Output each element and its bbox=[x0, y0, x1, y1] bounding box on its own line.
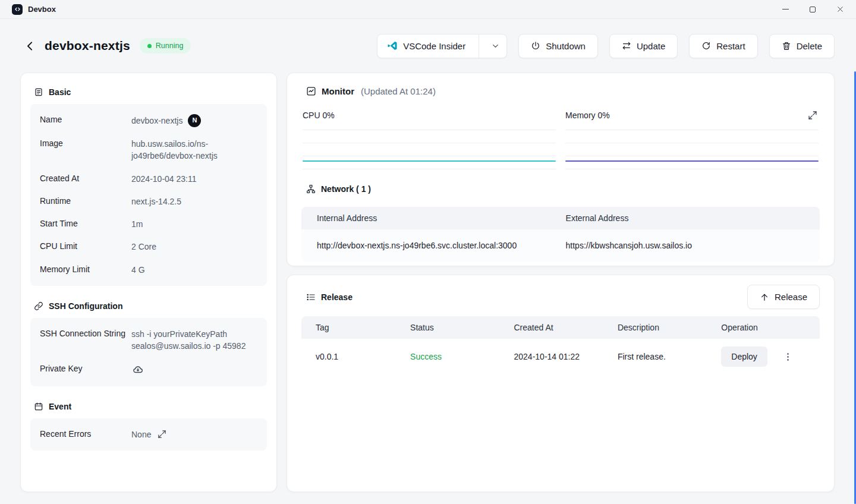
delete-button[interactable]: Delete bbox=[769, 34, 835, 58]
runtime-avatar: N bbox=[188, 114, 201, 127]
info-value: None bbox=[131, 429, 257, 440]
info-value: 4 G bbox=[131, 264, 257, 276]
devbox-name-value: devbox-nextjs bbox=[131, 115, 182, 127]
network-table-header: Internal Address External Address bbox=[301, 207, 820, 229]
ssh-section-title: SSH Configuration bbox=[49, 301, 122, 311]
info-row-private-key: Private Key bbox=[40, 358, 257, 382]
memory-usage-line bbox=[565, 160, 819, 162]
memory-chart-grid bbox=[565, 130, 819, 169]
cpu-chart-grid bbox=[303, 130, 556, 169]
info-value: hub.usw.sailos.io/ns-jo49rbe6/devbox-nex… bbox=[131, 138, 257, 162]
vscode-dropdown-button[interactable] bbox=[484, 34, 506, 58]
activity-icon bbox=[306, 86, 316, 96]
app-title: Devbox bbox=[28, 5, 56, 14]
internal-address-value: http://devbox-nextjs.ns-jo49rbe6.svc.clu… bbox=[301, 229, 550, 262]
expand-icon bbox=[808, 111, 817, 120]
close-button[interactable] bbox=[826, 1, 854, 18]
vscode-icon bbox=[387, 40, 398, 51]
vscode-insider-button[interactable]: VSCode Insider bbox=[377, 34, 507, 58]
release-section-title: Release bbox=[321, 292, 353, 302]
update-label: Update bbox=[637, 41, 665, 51]
expand-errors-button[interactable] bbox=[156, 429, 168, 440]
shutdown-label: Shutdown bbox=[546, 41, 586, 51]
info-label: SSH Connection String bbox=[40, 328, 131, 338]
chevron-left-icon bbox=[24, 40, 36, 52]
info-value: 2 Core bbox=[131, 241, 257, 253]
deploy-button[interactable]: Deploy bbox=[721, 346, 767, 367]
header-actions: VSCode Insider Shutdown Update Restart bbox=[377, 34, 835, 58]
detail-panel: Basic Name devbox-nextjs N Image hub.usw… bbox=[20, 73, 277, 492]
expand-monitor-button[interactable] bbox=[807, 109, 819, 121]
status-label: Running bbox=[156, 42, 184, 50]
chart-gridline bbox=[303, 156, 556, 156]
release-panel: Release Release Tag Status Created At De… bbox=[287, 275, 835, 492]
info-label: Created At bbox=[40, 173, 131, 183]
cpu-chart: CPU 0% bbox=[303, 108, 556, 169]
delete-label: Delete bbox=[797, 41, 822, 51]
release-description: First release. bbox=[618, 352, 721, 361]
info-value: 1m bbox=[131, 218, 257, 230]
info-row-image: Image hub.usw.sailos.io/ns-jo49rbe6/devb… bbox=[40, 133, 257, 168]
info-row-cpu-limit: CPU Limit 2 Core bbox=[40, 235, 257, 258]
cloud-download-icon bbox=[133, 364, 143, 375]
release-operations: Deploy bbox=[721, 346, 820, 367]
network-section-title: Network ( 1 ) bbox=[321, 184, 371, 194]
release-tag: v0.0.1 bbox=[301, 352, 410, 361]
monitor-charts: CPU 0% Memory 0% bbox=[301, 108, 820, 169]
power-icon bbox=[531, 41, 540, 51]
shutdown-button[interactable]: Shutdown bbox=[518, 34, 598, 58]
info-label: Start Time bbox=[40, 218, 131, 228]
swap-arrows-icon bbox=[622, 41, 631, 51]
info-row-ssh-string: SSH Connection String ssh -i yourPrivate… bbox=[40, 323, 257, 358]
trash-icon bbox=[782, 41, 791, 51]
network-table: Internal Address External Address http:/… bbox=[301, 207, 820, 262]
minimize-button[interactable] bbox=[772, 1, 799, 18]
kebab-menu-icon bbox=[783, 352, 793, 362]
restart-label: Restart bbox=[716, 41, 745, 51]
window-controls bbox=[772, 1, 854, 18]
column-tag: Tag bbox=[301, 323, 410, 332]
back-button[interactable] bbox=[21, 37, 39, 55]
monitor-section-header: Monitor (Updated At 01:24) bbox=[301, 83, 820, 103]
event-section-header: Event bbox=[29, 398, 268, 418]
page-title: devbox-nextjs bbox=[45, 39, 130, 53]
info-label: Recent Errors bbox=[40, 429, 131, 439]
info-label: Private Key bbox=[40, 363, 131, 373]
column-status: Status bbox=[410, 323, 514, 332]
memory-chart: Memory 0% bbox=[565, 108, 819, 169]
devbox-window: Devbox devbox-nextjs Running VSCode Insi… bbox=[0, 0, 856, 504]
release-table: Tag Status Created At Description Operat… bbox=[301, 316, 820, 374]
maximize-button[interactable] bbox=[799, 1, 826, 18]
release-table-row: v0.0.1 Success 2024-10-14 01:22 First re… bbox=[301, 339, 820, 374]
external-address-link[interactable]: https://kbwshcansjoh.usw.sailos.io bbox=[550, 229, 820, 262]
vscode-label: VSCode Insider bbox=[403, 41, 465, 51]
update-button[interactable]: Update bbox=[609, 34, 678, 58]
chart-gridline bbox=[565, 169, 819, 169]
recent-errors-value: None bbox=[131, 429, 151, 440]
chart-gridline bbox=[303, 130, 556, 130]
monitor-panel: Monitor (Updated At 01:24) CPU 0% Memory bbox=[287, 73, 835, 266]
release-title-group: Release bbox=[301, 289, 357, 305]
download-private-key-button[interactable] bbox=[131, 363, 144, 376]
info-value: 2024-10-04 23:11 bbox=[131, 173, 257, 185]
arrow-up-icon bbox=[760, 292, 769, 302]
close-icon bbox=[836, 5, 844, 13]
column-operation: Operation bbox=[721, 323, 820, 332]
cpu-chart-label: CPU 0% bbox=[303, 111, 335, 120]
release-button[interactable]: Release bbox=[747, 285, 820, 309]
status-dot-icon bbox=[147, 44, 152, 48]
info-label: Memory Limit bbox=[40, 264, 131, 274]
network-section-header: Network ( 1 ) bbox=[301, 181, 820, 201]
info-value: next.js-14.2.5 bbox=[131, 196, 257, 207]
chart-gridline bbox=[565, 130, 819, 130]
monitor-section-title: Monitor bbox=[322, 86, 354, 96]
status-badge: Running bbox=[140, 38, 191, 53]
info-label: Image bbox=[40, 138, 131, 148]
info-value bbox=[131, 363, 257, 376]
restart-button[interactable]: Restart bbox=[689, 34, 757, 58]
calendar-icon bbox=[34, 402, 43, 411]
page-header: devbox-nextjs Running VSCode Insider Shu… bbox=[0, 29, 856, 63]
more-options-button[interactable] bbox=[782, 351, 794, 363]
monitor-updated-at: (Updated At 01:24) bbox=[361, 86, 436, 96]
info-row-name: Name devbox-nextjs N bbox=[40, 109, 257, 133]
